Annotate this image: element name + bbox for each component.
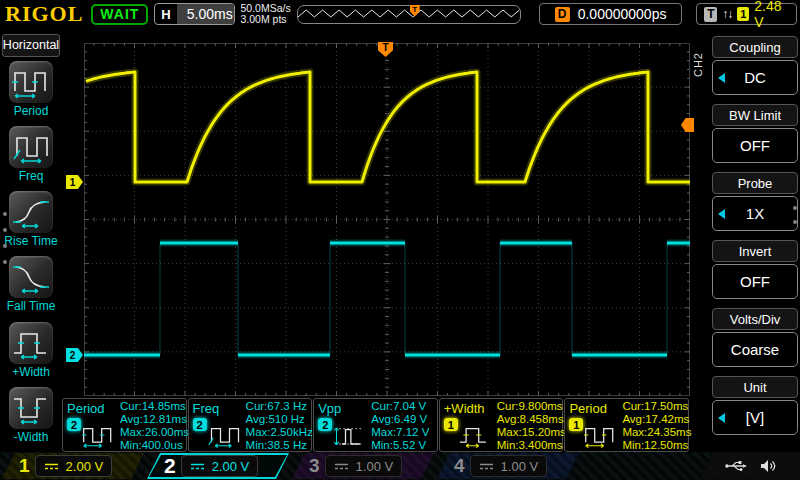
trigger-source-badge: 1 xyxy=(737,7,749,21)
measurement-avg: Avg:12.81ms xyxy=(120,413,189,426)
measurement-values: Cur:7.04 V Avg:6.49 V Max:7.12 V Min:5.5… xyxy=(371,400,429,452)
measurement-max: Max:26.00ms xyxy=(120,426,189,439)
menu-title: Probe xyxy=(712,172,798,194)
channel-scale: 1.00 V xyxy=(501,459,539,474)
h-label: H xyxy=(155,7,176,22)
menu-item-bw-limit[interactable]: BW Limit OFF xyxy=(712,104,798,163)
channel-badge: 2 xyxy=(193,418,207,431)
menu-value[interactable]: OFF xyxy=(712,264,798,299)
trigger-slope-icon: ↑↓ xyxy=(722,7,732,21)
measurement-cur: Cur:67.3 Hz xyxy=(246,400,313,413)
measurement-cur: Cur:7.04 V xyxy=(371,400,429,413)
sidebar-item-label: Freq xyxy=(19,169,44,183)
measurement-max: Max:2.50kHz xyxy=(246,426,313,439)
timebase-value: 5.00ms xyxy=(177,4,235,24)
menu-value[interactable]: Coarse xyxy=(712,332,798,367)
menu-value-text: OFF xyxy=(740,273,770,290)
period-icon xyxy=(11,65,51,99)
measurement-label: Period xyxy=(67,401,105,416)
channel-badge: 1 xyxy=(569,418,583,431)
menu-value-text: [V] xyxy=(746,409,764,426)
channel4-cell[interactable]: 4 1.00 V xyxy=(437,453,579,479)
rise-time-icon xyxy=(11,195,51,229)
measurement-bar: Period 2 Cur:14.85ms Avg:12.81ms Max:26.… xyxy=(62,398,690,452)
channel-badge: 2 xyxy=(67,418,81,431)
measurement-min: Min:400.0us xyxy=(120,439,189,452)
submenu-triangle-icon xyxy=(718,413,725,423)
measurement-max: Max:7.12 V xyxy=(371,426,429,439)
horizontal-timebase-box[interactable]: H 5.00ms xyxy=(154,3,234,25)
channel-badge: 2 xyxy=(318,418,332,431)
channel3-cell[interactable]: 3 1.00 V xyxy=(292,453,434,479)
menu-value[interactable]: OFF xyxy=(712,128,798,163)
menu-value[interactable]: 1X xyxy=(712,196,798,231)
channel2-position-marker[interactable]: 2 xyxy=(66,348,83,362)
waveform-display[interactable] xyxy=(84,43,690,396)
menu-item-invert[interactable]: Invert OFF xyxy=(712,240,798,299)
menu-item-volts-div[interactable]: Volts/Div Coarse xyxy=(712,308,798,367)
menu-item-probe[interactable]: Probe 1X xyxy=(712,172,798,231)
delay-offset-box[interactable]: D 0.00000000ps xyxy=(539,3,683,25)
menu-value[interactable]: DC xyxy=(712,60,798,95)
measurement-period-ch1[interactable]: Period 1 Cur:17.50ms Avg:17.42ms Max:24.… xyxy=(564,398,689,452)
preview-zigzag xyxy=(298,6,520,21)
measurement-freq-ch2[interactable]: Freq 2 Cur:67.3 Hz Avg:510 Hz Max:2.50kH… xyxy=(188,398,313,452)
system-icons xyxy=(700,453,800,479)
menu-item-coupling[interactable]: Coupling DC xyxy=(712,36,798,95)
channel1-position-marker[interactable]: 1 xyxy=(66,175,83,189)
measurement-period-ch2[interactable]: Period 2 Cur:14.85ms Avg:12.81ms Max:26.… xyxy=(62,398,187,452)
delay-value: 0.00000000ps xyxy=(578,6,667,22)
channel-scale: 2.00 V xyxy=(66,459,104,474)
measurement-label: Freq xyxy=(193,401,220,416)
menu-page-dots xyxy=(793,206,797,224)
menu-value[interactable]: [V] xyxy=(712,400,798,435)
channel1-cell[interactable]: 1 2.00 V xyxy=(2,453,144,479)
period-icon xyxy=(81,421,117,449)
dc-coupling-icon xyxy=(334,462,349,471)
menu-value-text: Coarse xyxy=(731,341,779,358)
measurement-avg: Avg:17.42ms xyxy=(622,413,691,426)
channel-scale: 2.00 V xyxy=(212,459,250,474)
waveform-memory-preview[interactable]: T xyxy=(297,5,521,24)
measurement-min: Min:5.52 V xyxy=(371,439,429,452)
sidebar-title: Horizontal xyxy=(2,34,60,57)
rigol-logo: RIGOL xyxy=(3,1,85,27)
sidebar-item-freq[interactable]: Freq xyxy=(9,126,53,191)
measurement-pluswidth-ch1[interactable]: +Width 1 Cur:9.800ms Avg:8.458ms Max:15.… xyxy=(439,398,564,452)
acquisition-status-badge: WAIT xyxy=(91,4,148,25)
sidebar-item-minus-width[interactable]: -Width xyxy=(9,387,53,452)
menu-item-unit[interactable]: Unit [V] xyxy=(712,376,798,435)
channel-number: 2 xyxy=(164,454,176,478)
measurement-avg: Avg:510 Hz xyxy=(246,413,313,426)
freq-icon xyxy=(11,130,51,164)
sidebar-item-label: Period xyxy=(14,104,49,118)
measurement-values: Cur:17.50ms Avg:17.42ms Max:24.35ms Min:… xyxy=(622,400,691,452)
channel2-cell-selected[interactable]: 2 2.00 V xyxy=(147,453,289,479)
trigger-badge: T xyxy=(704,7,717,22)
sidebar-item-plus-width[interactable]: +Width xyxy=(9,322,53,387)
dc-coupling-icon xyxy=(479,462,494,471)
measurement-vpp-ch2[interactable]: Vpp 2 Cur:7.04 V Avg:6.49 V Max:7.12 V M… xyxy=(313,398,438,452)
channel-menu-sidebar: CH2 Coupling DC BW Limit OFF Probe 1X xyxy=(690,28,800,452)
dc-coupling-icon xyxy=(44,462,59,471)
period-icon xyxy=(583,421,619,449)
sidebar-item-rise-time[interactable]: Rise Time xyxy=(4,191,57,256)
freq-icon xyxy=(207,421,243,449)
menu-title: BW Limit xyxy=(712,104,798,126)
channel-scale: 1.00 V xyxy=(356,459,394,474)
measurement-values: Cur:67.3 Hz Avg:510 Hz Max:2.50kHz Min:3… xyxy=(246,400,313,452)
measurement-cur: Cur:17.50ms xyxy=(622,400,691,413)
minus-width-icon xyxy=(11,391,51,425)
delay-badge: D xyxy=(555,7,570,22)
sidebar-item-label: +Width xyxy=(12,365,50,379)
measurement-max: Max:24.35ms xyxy=(622,426,691,439)
trigger-info-box[interactable]: T ↑↓ 1 2.48 V xyxy=(696,3,797,25)
channel-number: 4 xyxy=(454,455,465,477)
channel-scale-box: 1.00 V xyxy=(325,455,403,477)
menu-title: Coupling xyxy=(712,36,798,58)
sidebar-item-period[interactable]: Period xyxy=(9,61,53,126)
channel-scale-box: 2.00 V xyxy=(35,455,113,477)
submenu-triangle-icon xyxy=(718,209,725,219)
sidebar-item-fall-time[interactable]: Fall Time xyxy=(7,256,56,321)
measurement-avg: Avg:8.458ms xyxy=(497,413,566,426)
